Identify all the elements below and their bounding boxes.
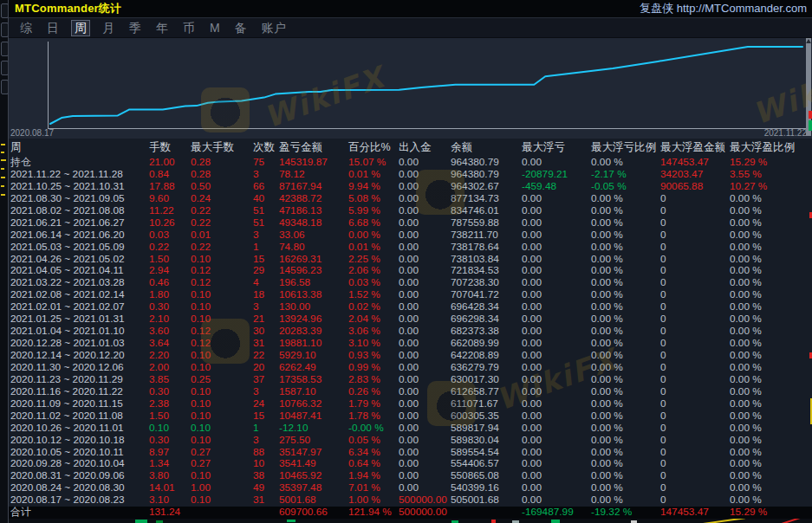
column-header[interactable]: 百分比% xyxy=(348,140,399,155)
table-row[interactable]: 2020.12.14 ~ 2020.12.202.200.10225929.10… xyxy=(9,350,812,362)
cell: 0.00 xyxy=(399,350,451,362)
cell: 9.94 % xyxy=(348,181,399,193)
menu-item-3[interactable]: 月 xyxy=(100,21,117,36)
cell: 0.00 % xyxy=(591,326,660,338)
column-header[interactable]: 最大浮盈比例 xyxy=(730,140,806,155)
cell: 0 xyxy=(660,254,730,266)
cell: 0.00 % xyxy=(591,229,660,242)
cell: 130.00 xyxy=(279,301,348,313)
cell: 1587.10 xyxy=(279,386,348,398)
table-row[interactable]: 2021.11.22 ~ 2021.11.280.840.28378.120.0… xyxy=(9,169,812,181)
menu-item-8[interactable]: 备 xyxy=(232,21,250,36)
table-row[interactable]: 2021.06.21 ~ 2021.06.2710.260.225149348.… xyxy=(9,217,812,229)
menu-item-5[interactable]: 年 xyxy=(153,21,171,36)
table-row[interactable]: 2021.04.05 ~ 2021.04.112.940.122914596.2… xyxy=(9,265,812,277)
table-row[interactable]: 2020.08.17 ~ 2020.08.233.100.10315001.68… xyxy=(9,494,812,507)
table-row[interactable]: 2021.02.08 ~ 2021.02.141.800.101810613.3… xyxy=(9,289,812,301)
column-header[interactable]: 次数 xyxy=(253,140,279,155)
titlebar-link[interactable]: 复盘侠 http://MTCommander.com xyxy=(640,1,807,16)
table-row[interactable]: 2020.08.24 ~ 2020.08.3014.011.004935397.… xyxy=(9,482,812,494)
column-header[interactable]: 出入金 xyxy=(399,140,451,155)
menu-item-2[interactable]: 周 xyxy=(71,20,90,36)
column-header[interactable]: 盈亏金额 xyxy=(279,140,348,155)
cell: 0.26 % xyxy=(348,386,399,398)
cell: 0.00 xyxy=(522,350,591,362)
cell: 5929.10 xyxy=(279,350,348,362)
menu-item-9[interactable]: 账户 xyxy=(259,21,289,36)
cell: 0.00 % xyxy=(591,338,660,350)
cell: 0.10 xyxy=(191,470,253,482)
cell: 0 xyxy=(660,435,730,447)
column-header[interactable]: 余额 xyxy=(451,140,522,155)
table-row[interactable]: 2021.01.04 ~ 2021.01.103.600.123020283.3… xyxy=(9,326,812,338)
cell: 0.00 xyxy=(399,242,451,254)
table-row[interactable]: 2020.11.23 ~ 2020.11.293.850.253717358.5… xyxy=(9,374,812,386)
cell: 35147.97 xyxy=(279,447,348,459)
table-row[interactable]: 2021.04.26 ~ 2021.05.021.500.101516269.3… xyxy=(9,254,812,266)
cell: 0.22 xyxy=(191,242,253,254)
chart-start-date-label: 2020.08.17 xyxy=(10,128,54,138)
column-header[interactable]: 周 xyxy=(10,140,149,155)
table-row[interactable]: 2020.10.05 ~ 2020.10.118.970.278835147.9… xyxy=(9,447,812,459)
cell: 0.00 % xyxy=(591,423,660,435)
cell: 0.10 xyxy=(191,494,253,507)
cell: 0.00 % xyxy=(591,289,660,301)
row-label: 2021.05.03 ~ 2021.05.09 xyxy=(10,242,149,254)
table-row[interactable]: 持仓21.000.2875145319.8715.07 %0.00964380.… xyxy=(9,157,812,169)
table-row[interactable]: 2021.10.25 ~ 2021.10.3117.880.506687167.… xyxy=(9,181,812,193)
column-header[interactable]: 最大手数 xyxy=(191,140,253,155)
table-row[interactable]: 2021.08.30 ~ 2021.09.059.600.244042388.7… xyxy=(9,193,812,205)
table-row[interactable]: 2021.03.22 ~ 2021.03.280.460.124196.580.… xyxy=(9,277,812,289)
cell: 0.12 xyxy=(191,338,253,350)
cell: 0.30 xyxy=(149,301,191,313)
cell: 682373.38 xyxy=(451,326,522,338)
cell: 0.10 xyxy=(191,350,253,362)
cell: 0 xyxy=(660,423,730,435)
cell: 22 xyxy=(253,350,279,362)
menu-item-6[interactable]: 币 xyxy=(180,21,198,36)
table-row[interactable]: 2020.08.31 ~ 2020.09.063.800.103810465.9… xyxy=(9,470,812,482)
menu-item-4[interactable]: 季 xyxy=(127,21,144,36)
cell: 3.06 % xyxy=(348,326,399,338)
table-row[interactable]: 2020.11.16 ~ 2020.11.220.300.1031587.100… xyxy=(9,386,812,398)
table-row[interactable]: 2021.08.02 ~ 2021.08.0811.220.225147186.… xyxy=(9,205,812,217)
column-header[interactable]: 最大浮亏 xyxy=(522,140,591,155)
cell: 3.64 xyxy=(149,338,191,350)
table-total-row[interactable]: 合计131.24609700.66121.94 %500000.00-16948… xyxy=(9,507,812,519)
table-row[interactable]: 2020.10.12 ~ 2020.10.180.300.103275.500.… xyxy=(9,435,812,447)
row-label: 2020.11.16 ~ 2020.11.22 xyxy=(10,386,149,398)
cell: 0.00 % xyxy=(591,398,660,410)
table-row[interactable]: 2021.02.01 ~ 2021.02.070.300.103130.000.… xyxy=(9,301,812,313)
column-header[interactable]: 最大浮亏比例 xyxy=(591,140,660,155)
row-label: 2021.06.21 ~ 2021.06.27 xyxy=(10,217,149,229)
menu-item-7[interactable]: M xyxy=(207,21,223,36)
cell: 550865.08 xyxy=(451,470,522,482)
table-row[interactable]: 2021.05.03 ~ 2021.05.090.220.22174.800.0… xyxy=(9,242,812,254)
cell: 0.00 xyxy=(399,435,451,447)
cell: 3 xyxy=(253,229,279,242)
table-row[interactable]: 2020.11.02 ~ 2020.11.081.500.101510487.4… xyxy=(9,410,812,423)
cell: -2.17 % xyxy=(591,169,660,181)
cell: 0.00 xyxy=(522,494,591,507)
cell: 5.99 % xyxy=(348,205,399,217)
table-row[interactable]: 2020.11.09 ~ 2020.11.152.380.102410766.3… xyxy=(9,398,812,410)
column-header[interactable]: 最大浮盈金额 xyxy=(660,140,730,155)
table-row[interactable]: 2021.06.14 ~ 2021.06.200.030.01333.060.0… xyxy=(9,229,812,242)
cell: 0 xyxy=(660,289,730,301)
column-header[interactable]: 手数 xyxy=(149,140,191,155)
table-row[interactable]: 2020.11.30 ~ 2020.12.062.000.10206262.49… xyxy=(9,362,812,374)
cell: 0.00 % xyxy=(591,350,660,362)
table-row[interactable]: 2020.10.26 ~ 2020.11.010.100.101-12.10-0… xyxy=(9,423,812,435)
cell: 3.85 xyxy=(149,374,191,386)
row-label: 2020.11.23 ~ 2020.11.29 xyxy=(10,374,149,386)
cell: 2.20 xyxy=(149,350,191,362)
cell: 2.04 % xyxy=(348,313,399,326)
table-row[interactable]: 2020.12.28 ~ 2021.01.033.640.123119881.1… xyxy=(9,338,812,350)
table-row[interactable]: 2021.01.25 ~ 2021.01.312.100.102113924.9… xyxy=(9,313,812,326)
table-row[interactable]: 2020.09.28 ~ 2020.10.041.340.27103541.49… xyxy=(9,458,812,470)
menu-item-1[interactable]: 日 xyxy=(44,21,62,36)
cell: 0 xyxy=(660,458,730,470)
menu-item-0[interactable]: 综 xyxy=(17,21,35,36)
cell: 10.27 % xyxy=(730,181,806,193)
cell: 0.00 % xyxy=(591,447,660,459)
